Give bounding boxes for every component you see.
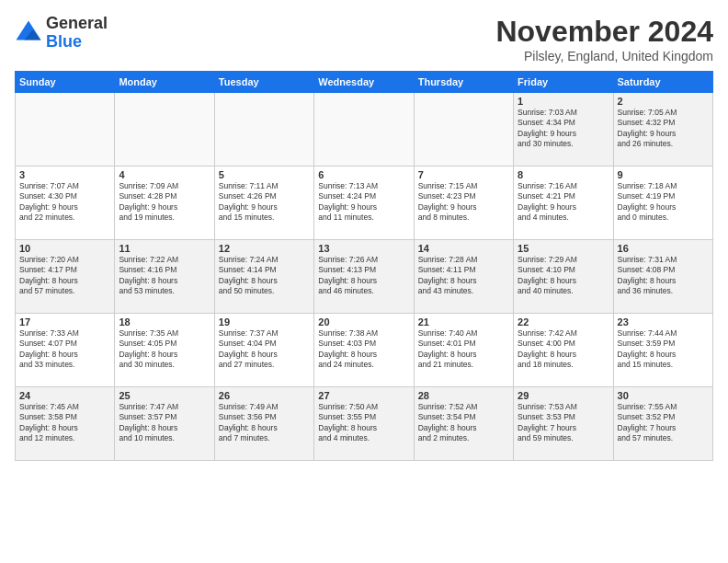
weekday-header-row: Sunday Monday Tuesday Wednesday Thursday… (16, 72, 713, 93)
title-block: November 2024 Pilsley, England, United K… (495, 15, 713, 63)
day-info: Sunrise: 7:33 AM Sunset: 4:07 PM Dayligh… (19, 328, 110, 371)
day-info: Sunrise: 7:42 AM Sunset: 4:00 PM Dayligh… (518, 328, 609, 371)
day-number: 9 (618, 169, 709, 180)
table-row: 3Sunrise: 7:07 AM Sunset: 4:30 PM Daylig… (16, 167, 115, 240)
day-number: 12 (219, 243, 310, 254)
day-info: Sunrise: 7:13 AM Sunset: 4:24 PM Dayligh… (318, 181, 409, 224)
day-number: 22 (518, 316, 609, 327)
day-number: 10 (19, 243, 110, 254)
page-container: General Blue November 2024 Pilsley, Engl… (0, 0, 728, 468)
table-row: 6Sunrise: 7:13 AM Sunset: 4:24 PM Daylig… (314, 167, 414, 240)
day-number: 5 (219, 169, 310, 180)
logo-blue: Blue (46, 32, 82, 51)
day-number: 13 (318, 243, 409, 254)
header-thursday: Thursday (414, 72, 513, 93)
day-info: Sunrise: 7:52 AM Sunset: 3:54 PM Dayligh… (418, 402, 509, 444)
day-number: 28 (418, 390, 509, 401)
calendar-week-row: 3Sunrise: 7:07 AM Sunset: 4:30 PM Daylig… (16, 167, 713, 240)
day-info: Sunrise: 7:55 AM Sunset: 3:52 PM Dayligh… (618, 402, 709, 444)
table-row (414, 93, 513, 167)
logo-general: General (46, 14, 108, 32)
day-number: 21 (418, 316, 509, 327)
table-row: 24Sunrise: 7:45 AM Sunset: 3:58 PM Dayli… (16, 387, 115, 461)
day-number: 25 (119, 390, 210, 401)
day-number: 19 (219, 316, 310, 327)
table-row: 11Sunrise: 7:22 AM Sunset: 4:16 PM Dayli… (115, 240, 214, 314)
table-row: 25Sunrise: 7:47 AM Sunset: 3:57 PM Dayli… (115, 387, 214, 461)
day-number: 20 (318, 316, 409, 327)
table-row: 27Sunrise: 7:50 AM Sunset: 3:55 PM Dayli… (314, 387, 414, 461)
day-info: Sunrise: 7:03 AM Sunset: 4:34 PM Dayligh… (518, 108, 609, 150)
day-info: Sunrise: 7:53 AM Sunset: 3:53 PM Dayligh… (518, 402, 609, 444)
table-row: 22Sunrise: 7:42 AM Sunset: 4:00 PM Dayli… (514, 314, 613, 387)
day-number: 6 (318, 169, 409, 180)
table-row: 28Sunrise: 7:52 AM Sunset: 3:54 PM Dayli… (414, 387, 513, 461)
day-info: Sunrise: 7:05 AM Sunset: 4:32 PM Dayligh… (618, 108, 709, 150)
table-row: 18Sunrise: 7:35 AM Sunset: 4:05 PM Dayli… (115, 314, 214, 387)
day-number: 29 (518, 390, 609, 401)
table-row: 14Sunrise: 7:28 AM Sunset: 4:11 PM Dayli… (414, 240, 513, 314)
calendar-week-row: 10Sunrise: 7:20 AM Sunset: 4:17 PM Dayli… (16, 240, 713, 314)
day-info: Sunrise: 7:44 AM Sunset: 3:59 PM Dayligh… (618, 328, 709, 371)
table-row: 9Sunrise: 7:18 AM Sunset: 4:19 PM Daylig… (613, 167, 712, 240)
day-info: Sunrise: 7:16 AM Sunset: 4:21 PM Dayligh… (518, 181, 609, 224)
table-row (314, 93, 414, 167)
day-info: Sunrise: 7:31 AM Sunset: 4:08 PM Dayligh… (618, 255, 709, 297)
day-info: Sunrise: 7:40 AM Sunset: 4:01 PM Dayligh… (418, 328, 509, 371)
day-info: Sunrise: 7:49 AM Sunset: 3:56 PM Dayligh… (219, 402, 310, 444)
day-number: 1 (518, 96, 609, 107)
table-row: 13Sunrise: 7:26 AM Sunset: 4:13 PM Dayli… (314, 240, 414, 314)
table-row: 12Sunrise: 7:24 AM Sunset: 4:14 PM Dayli… (214, 240, 313, 314)
day-info: Sunrise: 7:20 AM Sunset: 4:17 PM Dayligh… (19, 255, 110, 297)
day-info: Sunrise: 7:26 AM Sunset: 4:13 PM Dayligh… (318, 255, 409, 297)
day-number: 16 (618, 243, 709, 254)
page-header: General Blue November 2024 Pilsley, Engl… (15, 15, 713, 63)
day-number: 14 (418, 243, 509, 254)
location: Pilsley, England, United Kingdom (495, 49, 713, 63)
table-row: 7Sunrise: 7:15 AM Sunset: 4:23 PM Daylig… (414, 167, 513, 240)
day-info: Sunrise: 7:37 AM Sunset: 4:04 PM Dayligh… (219, 328, 310, 371)
day-info: Sunrise: 7:28 AM Sunset: 4:11 PM Dayligh… (418, 255, 509, 297)
table-row: 2Sunrise: 7:05 AM Sunset: 4:32 PM Daylig… (613, 93, 712, 167)
day-number: 7 (418, 169, 509, 180)
header-sunday: Sunday (16, 72, 115, 93)
table-row: 29Sunrise: 7:53 AM Sunset: 3:53 PM Dayli… (514, 387, 613, 461)
day-info: Sunrise: 7:38 AM Sunset: 4:03 PM Dayligh… (318, 328, 409, 371)
logo: General Blue (15, 15, 108, 52)
day-number: 26 (219, 390, 310, 401)
header-friday: Friday (514, 72, 613, 93)
logo-icon (15, 19, 42, 47)
day-number: 8 (518, 169, 609, 180)
logo-text: General Blue (46, 15, 108, 52)
table-row: 19Sunrise: 7:37 AM Sunset: 4:04 PM Dayli… (214, 314, 313, 387)
table-row (16, 93, 115, 167)
table-row: 26Sunrise: 7:49 AM Sunset: 3:56 PM Dayli… (214, 387, 313, 461)
day-info: Sunrise: 7:09 AM Sunset: 4:28 PM Dayligh… (119, 181, 210, 224)
day-info: Sunrise: 7:22 AM Sunset: 4:16 PM Dayligh… (119, 255, 210, 297)
table-row: 30Sunrise: 7:55 AM Sunset: 3:52 PM Dayli… (613, 387, 712, 461)
calendar-week-row: 1Sunrise: 7:03 AM Sunset: 4:34 PM Daylig… (16, 93, 713, 167)
day-info: Sunrise: 7:07 AM Sunset: 4:30 PM Dayligh… (19, 181, 110, 224)
table-row: 21Sunrise: 7:40 AM Sunset: 4:01 PM Dayli… (414, 314, 513, 387)
table-row: 10Sunrise: 7:20 AM Sunset: 4:17 PM Dayli… (16, 240, 115, 314)
table-row: 17Sunrise: 7:33 AM Sunset: 4:07 PM Dayli… (16, 314, 115, 387)
day-number: 27 (318, 390, 409, 401)
month-title: November 2024 (495, 15, 713, 49)
day-info: Sunrise: 7:35 AM Sunset: 4:05 PM Dayligh… (119, 328, 210, 371)
day-number: 2 (618, 96, 709, 107)
header-tuesday: Tuesday (214, 72, 313, 93)
table-row: 1Sunrise: 7:03 AM Sunset: 4:34 PM Daylig… (514, 93, 613, 167)
table-row: 5Sunrise: 7:11 AM Sunset: 4:26 PM Daylig… (214, 167, 313, 240)
day-info: Sunrise: 7:15 AM Sunset: 4:23 PM Dayligh… (418, 181, 509, 224)
day-info: Sunrise: 7:11 AM Sunset: 4:26 PM Dayligh… (219, 181, 310, 224)
day-number: 23 (618, 316, 709, 327)
day-number: 24 (19, 390, 110, 401)
day-info: Sunrise: 7:47 AM Sunset: 3:57 PM Dayligh… (119, 402, 210, 444)
day-number: 11 (119, 243, 210, 254)
day-number: 4 (119, 169, 210, 180)
day-info: Sunrise: 7:24 AM Sunset: 4:14 PM Dayligh… (219, 255, 310, 297)
header-saturday: Saturday (613, 72, 712, 93)
day-number: 18 (119, 316, 210, 327)
table-row: 4Sunrise: 7:09 AM Sunset: 4:28 PM Daylig… (115, 167, 214, 240)
day-number: 30 (618, 390, 709, 401)
